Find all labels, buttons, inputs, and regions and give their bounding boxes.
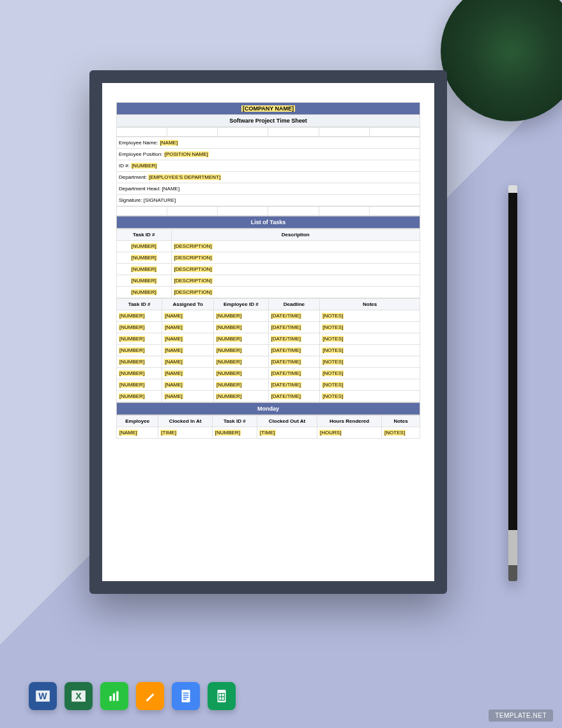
table-row: [NUMBER][DESCRIPTION] bbox=[117, 264, 420, 275]
day-table: Employee Clocked In At Task ID # Clocked… bbox=[116, 415, 420, 439]
col-task-desc: Description bbox=[171, 229, 420, 241]
table-row: [NUMBER][NAME][NUMBER][DATE/TIME][NOTES] bbox=[117, 379, 420, 391]
col-day-in: Clocked In At bbox=[158, 416, 212, 427]
google-sheets-icon[interactable] bbox=[208, 682, 236, 710]
svg-rect-7 bbox=[182, 690, 190, 702]
col-task-id: Task ID # bbox=[117, 229, 172, 241]
svg-text:W: W bbox=[38, 691, 47, 701]
svg-rect-6 bbox=[116, 691, 118, 701]
col-assign-id: Task ID # bbox=[117, 299, 162, 310]
numbers-icon[interactable] bbox=[100, 682, 128, 710]
table-row: [NUMBER][NAME][NUMBER][DATE/TIME][NOTES] bbox=[117, 310, 420, 322]
company-bar: [COMPANY NAME] bbox=[116, 102, 420, 115]
row-signature: Signature: [SIGNATURE] bbox=[117, 195, 420, 206]
col-assign-notes: Notes bbox=[320, 299, 420, 310]
row-employee-position: Employee Position: [POSITION NAME] bbox=[117, 149, 420, 160]
col-day-out: Clocked Out At bbox=[257, 416, 317, 427]
col-day-id: Task ID # bbox=[212, 416, 257, 427]
pen-decoration bbox=[508, 185, 517, 581]
word-icon[interactable]: W bbox=[29, 682, 57, 710]
document-page: [COMPANY NAME] Software Project Time She… bbox=[102, 83, 434, 581]
employee-info-table: Employee Name: [NAME] Employee Position:… bbox=[116, 137, 420, 206]
svg-rect-8 bbox=[183, 693, 189, 694]
excel-icon[interactable]: X bbox=[65, 682, 93, 710]
svg-rect-10 bbox=[183, 697, 189, 698]
svg-rect-9 bbox=[183, 695, 189, 696]
pages-icon[interactable] bbox=[136, 682, 164, 710]
table-row: [NUMBER][NAME][NUMBER][DATE/TIME][NOTES] bbox=[117, 345, 420, 356]
row-department-head: Department Head: [NAME] bbox=[117, 183, 420, 195]
col-assign-emp: Employee ID # bbox=[214, 299, 269, 310]
row-department: Department: [EMPLOYEE'S DEPARTMENT] bbox=[117, 172, 420, 183]
table-row: [NAME][TIME][NUMBER][TIME][HOURS][NOTES] bbox=[117, 427, 420, 439]
clipboard: [COMPANY NAME] Software Project Time She… bbox=[89, 70, 447, 594]
svg-text:X: X bbox=[75, 691, 82, 701]
table-row: [NUMBER][NAME][NUMBER][DATE/TIME][NOTES] bbox=[117, 322, 420, 333]
svg-rect-4 bbox=[109, 696, 111, 701]
row-employee-id: ID #: [NUMBER] bbox=[117, 160, 420, 172]
table-row: [NUMBER][DESCRIPTION] bbox=[117, 275, 420, 287]
table-row: [NUMBER][DESCRIPTION] bbox=[117, 287, 420, 298]
watermark: TEMPLATE.NET bbox=[489, 709, 553, 722]
col-day-hours: Hours Rendered bbox=[317, 416, 382, 427]
assign-table: Task ID # Assigned To Employee ID # Dead… bbox=[116, 298, 420, 402]
col-day-notes: Notes bbox=[382, 416, 420, 427]
svg-rect-11 bbox=[183, 699, 186, 700]
table-row: [NUMBER][DESCRIPTION] bbox=[117, 241, 420, 252]
tasks-bar: List of Tasks bbox=[116, 216, 420, 229]
col-assign-to: Assigned To bbox=[162, 299, 214, 310]
spacer-row bbox=[116, 127, 420, 137]
table-row: [NUMBER][NAME][NUMBER][DATE/TIME][NOTES] bbox=[117, 333, 420, 345]
spacer-row bbox=[116, 206, 420, 216]
day-bar: Monday bbox=[116, 402, 420, 415]
google-docs-icon[interactable] bbox=[172, 682, 200, 710]
table-row: [NUMBER][NAME][NUMBER][DATE/TIME][NOTES] bbox=[117, 368, 420, 379]
app-icons-row: W X bbox=[29, 682, 236, 710]
company-name: [COMPANY NAME] bbox=[241, 105, 295, 112]
table-row: [NUMBER][DESCRIPTION] bbox=[117, 252, 420, 264]
page-title: Software Project Time Sheet bbox=[116, 115, 420, 127]
table-row: [NUMBER][NAME][NUMBER][DATE/TIME][NOTES] bbox=[117, 356, 420, 368]
col-day-employee: Employee bbox=[117, 416, 158, 427]
row-employee-name: Employee Name: [NAME] bbox=[117, 137, 420, 149]
tasks-table: Task ID # Description [NUMBER][DESCRIPTI… bbox=[116, 229, 420, 298]
table-row: [NUMBER][NAME][NUMBER][DATE/TIME][NOTES] bbox=[117, 391, 420, 402]
col-assign-deadline: Deadline bbox=[268, 299, 320, 310]
plant-decoration bbox=[441, 0, 562, 121]
svg-rect-5 bbox=[113, 694, 115, 701]
